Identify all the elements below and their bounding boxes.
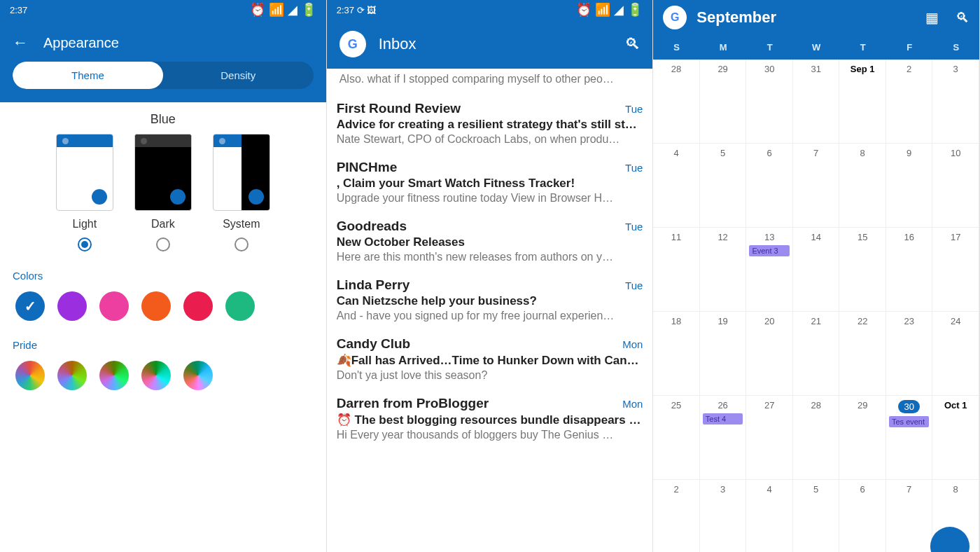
calendar-day-cell[interactable]: 18 [653, 312, 700, 396]
theme-mode-option[interactable]: Dark [134, 134, 192, 251]
calendar-day-cell[interactable]: 10 [932, 144, 979, 228]
pride-swatch[interactable] [141, 361, 171, 390]
calendar-screen: G September ▦ 🔍︎ SMTWTFS 28 29 30 31 Sep… [653, 0, 980, 552]
color-swatch-row [0, 291, 326, 321]
calendar-day-cell[interactable]: 25 [653, 396, 700, 480]
partial-message-preview[interactable]: Also. what if I stopped comparing myself… [337, 69, 643, 94]
calendar-day-cell[interactable]: 24 [932, 312, 979, 396]
calendar-day-cell[interactable]: 11 [653, 228, 700, 312]
search-icon[interactable]: 🔍︎ [624, 35, 640, 53]
calendar-day-cell[interactable]: 21 [793, 312, 840, 396]
calendar-day-cell[interactable]: 7 [886, 480, 933, 552]
email-item[interactable]: First Round Review Tue Advice for creati… [337, 94, 643, 153]
calendar-day-cell[interactable]: 31 [793, 60, 840, 144]
radio-icon[interactable] [156, 237, 170, 251]
calendar-day-cell[interactable]: 12 [700, 228, 747, 312]
radio-icon[interactable] [234, 237, 248, 251]
search-icon[interactable]: 🔍︎ [955, 10, 969, 26]
tab-theme[interactable]: Theme [13, 62, 163, 89]
color-swatch[interactable] [57, 291, 87, 321]
color-swatch[interactable] [99, 291, 129, 321]
tab-density[interactable]: Density [163, 62, 314, 89]
calendar-day-cell[interactable]: 9 [886, 144, 933, 228]
calendar-day-cell[interactable]: 2 [653, 480, 700, 552]
calendar-event[interactable]: Event 3 [749, 245, 790, 256]
calendar-day-cell[interactable]: 28 [653, 60, 700, 144]
calendar-event[interactable]: Tes event [889, 416, 930, 427]
calendar-day-cell[interactable]: 14 [793, 228, 840, 312]
calendar-day-cell[interactable]: 4 [653, 144, 700, 228]
account-avatar[interactable]: G [663, 6, 687, 29]
calendar-day-cell[interactable]: 2 [886, 60, 933, 144]
calendar-day-cell[interactable]: 6 [746, 144, 793, 228]
pride-swatch[interactable] [99, 361, 129, 390]
calendar-day-cell[interactable]: 30 [746, 60, 793, 144]
day-number: 26 [715, 400, 731, 410]
status-icons: ⏰ 📶 ◢ 🔋 [576, 2, 643, 18]
calendar-day-cell[interactable]: 22 [839, 312, 886, 396]
weekday-label: T [839, 42, 886, 53]
calendar-day-cell[interactable]: 30 Tes event [886, 396, 933, 480]
calendar-day-cell[interactable]: 29 [839, 396, 886, 480]
calendar-day-cell[interactable]: 29 [700, 60, 747, 144]
appearance-header: Appearance [0, 20, 326, 62]
calendar-header: G September ▦ 🔍︎ [653, 0, 979, 35]
theme-mode-label: System [223, 218, 260, 230]
calendar-day-cell[interactable]: 5 [700, 144, 747, 228]
pride-swatch[interactable] [183, 361, 213, 390]
calendar-day-cell[interactable]: 3 [700, 480, 747, 552]
pride-label: Pride [0, 321, 326, 361]
day-number: 16 [902, 232, 917, 242]
calendar-day-cell[interactable]: 16 [886, 228, 933, 312]
day-number: 2 [902, 64, 917, 74]
calendar-day-cell[interactable]: 3 [932, 60, 979, 144]
color-swatch[interactable] [15, 291, 45, 321]
calendar-day-cell[interactable]: 13 Event 3 [746, 228, 793, 312]
month-title[interactable]: September [696, 8, 916, 27]
month-grid[interactable]: 28 29 30 31 Sep 1 2 3 4 5 6 [653, 60, 979, 552]
day-number: 28 [808, 400, 824, 410]
day-number: 3 [948, 64, 963, 74]
calendar-day-cell[interactable]: 7 [793, 144, 840, 228]
day-number: 4 [668, 148, 684, 158]
calendar-day-cell[interactable]: 6 [839, 480, 886, 552]
email-item[interactable]: PINCHme Tue , Claim your Smart Watch Fit… [337, 153, 643, 212]
inbox-header: G Inbox 🔍︎ [327, 20, 653, 69]
calendar-day-cell[interactable]: 15 [839, 228, 886, 312]
email-item[interactable]: Goodreads Tue New October Releases Here … [337, 212, 643, 270]
calendar-day-cell[interactable]: 8 [839, 144, 886, 228]
back-icon[interactable] [13, 34, 28, 52]
calendar-day-cell[interactable]: 28 [793, 396, 840, 480]
calendar-day-cell[interactable]: 27 [746, 396, 793, 480]
calendar-day-cell[interactable]: 17 [932, 228, 979, 312]
calendar-view-icon[interactable]: ▦ [925, 9, 939, 26]
email-preview: Upgrade your fitness routine today View … [337, 191, 643, 205]
day-number: 24 [948, 316, 963, 326]
pride-swatch[interactable] [15, 361, 45, 390]
calendar-day-cell[interactable]: 20 [746, 312, 793, 396]
weekday-label: S [932, 42, 979, 53]
theme-mode-option[interactable]: System [213, 134, 270, 251]
email-sender: Candy Club [337, 336, 411, 352]
calendar-day-cell[interactable]: Oct 1 [932, 396, 979, 480]
calendar-day-cell[interactable]: 5 [793, 480, 840, 552]
email-preview: Nate Stewart, CPO of Cockroach Labs, on … [337, 132, 643, 146]
calendar-day-cell[interactable]: 19 [700, 312, 747, 396]
calendar-day-cell[interactable]: 4 [746, 480, 793, 552]
calendar-event[interactable]: Test 4 [703, 413, 743, 425]
day-number: 22 [855, 316, 870, 326]
email-item[interactable]: Candy Club Mon 🍂Fall has Arrived…Time to… [337, 329, 643, 389]
color-swatch[interactable] [183, 291, 213, 321]
calendar-day-cell[interactable]: Sep 1 [839, 60, 886, 144]
email-item[interactable]: Linda Perry Tue Can Nietzsche help your … [337, 270, 643, 329]
pride-swatch[interactable] [57, 361, 87, 390]
radio-icon[interactable] [78, 237, 92, 251]
color-swatch[interactable] [141, 291, 171, 321]
account-avatar[interactable]: G [340, 31, 366, 57]
color-swatch[interactable] [225, 291, 255, 321]
status-bar: 2:37 ⏰ 📶 ◢ 🔋 [0, 0, 326, 20]
email-item[interactable]: Darren from ProBlogger Mon ⏰ The best bl… [337, 389, 643, 448]
calendar-day-cell[interactable]: 26 Test 4 [700, 396, 747, 480]
calendar-day-cell[interactable]: 23 [886, 312, 933, 396]
theme-mode-option[interactable]: Light [56, 134, 113, 251]
